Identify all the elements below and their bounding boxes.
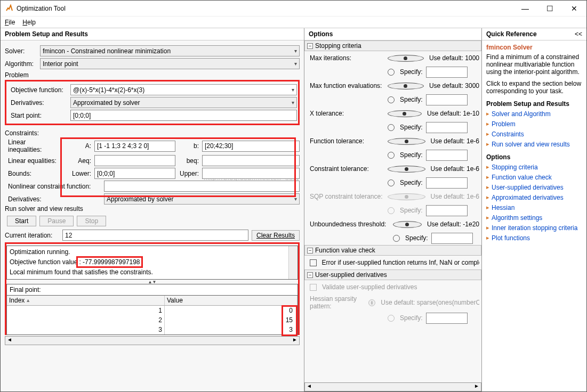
menu-file[interactable]: File	[5, 19, 15, 26]
qr-link[interactable]: Inner iteration stopping criteria	[486, 224, 582, 232]
qr-h1: Problem Setup and Results	[486, 100, 582, 108]
qr-link[interactable]: Run solver and view results	[486, 141, 582, 148]
b-input[interactable]	[202, 141, 300, 152]
startpoint-input[interactable]	[70, 110, 297, 121]
hess-specify-input	[426, 313, 468, 324]
derivatives-select[interactable]: Approximated by solver	[70, 97, 297, 108]
sqp-specify-radio	[388, 207, 395, 214]
splitter-handle[interactable]: ▲▼	[6, 280, 298, 284]
options-scrollbar-h[interactable]	[304, 382, 481, 391]
menu-bar: File Help	[1, 17, 586, 28]
qr-link[interactable]: User-supplied derivatives	[486, 184, 582, 191]
A-input[interactable]	[94, 141, 175, 152]
unb-specify-input[interactable]	[431, 233, 473, 244]
A-label: A:	[61, 142, 91, 150]
table-scrollbar[interactable]	[5, 336, 300, 345]
qr-expand-hint: Click to expand the section below corres…	[486, 80, 582, 95]
hess-label: Hessian sparsity pattern:	[310, 295, 365, 310]
run-section-label: Run solver and view results	[5, 205, 300, 213]
upper-label: Upper:	[179, 170, 199, 177]
maxiter-specify-radio[interactable]	[388, 69, 395, 76]
section-stopping[interactable]: –Stopping criteria	[304, 40, 481, 51]
derivatives2-select[interactable]: Approximated by solver	[104, 193, 300, 205]
sort-asc-icon: ▲	[26, 298, 30, 303]
maxfun-default-radio[interactable]	[388, 83, 424, 89]
startpoint-label: Start point:	[7, 112, 67, 119]
qr-link[interactable]: Plot functions	[486, 234, 582, 242]
xtol-default-radio[interactable]	[388, 110, 422, 117]
th-value[interactable]: Value	[165, 296, 297, 305]
unb-default-radio[interactable]	[393, 221, 422, 228]
maxiter-label: Max iterations:	[310, 54, 384, 62]
quickref-header: Quick Reference<<	[482, 28, 586, 40]
qr-h2: Options	[486, 153, 582, 161]
lower-input[interactable]	[94, 168, 175, 179]
section-fvc[interactable]: –Function value check	[304, 245, 481, 256]
problem-panel-header: Problem Setup and Results	[1, 28, 304, 40]
ctol-specify-radio[interactable]	[388, 179, 395, 186]
fvc-checkbox[interactable]	[310, 259, 317, 266]
nlcon-label: Nonlinear constraint function:	[5, 183, 101, 190]
solver-select[interactable]: fmincon - Constrained nonlinear minimiza…	[40, 45, 300, 56]
beq-input[interactable]	[202, 155, 300, 166]
lineq-label: Linear equalities:	[5, 157, 58, 165]
ftol-specify-input[interactable]	[426, 150, 468, 161]
title-bar: Optimization Tool — ☐ ✕	[1, 1, 586, 17]
clear-results-button[interactable]: Clear Results	[252, 230, 300, 241]
lower-label: Lower:	[61, 170, 91, 177]
collapse-button[interactable]: <<	[575, 30, 582, 38]
close-button[interactable]: ✕	[562, 1, 586, 17]
maxfun-specify-radio[interactable]	[388, 96, 395, 103]
ftol-specify-radio[interactable]	[388, 152, 395, 159]
xtol-label: X tolerance:	[310, 110, 384, 117]
solver-log: Optimization running. Objective function…	[6, 246, 298, 280]
beq-label: beq:	[179, 157, 199, 165]
ctol-specify-input[interactable]	[426, 177, 468, 189]
options-header: Options	[304, 28, 481, 40]
th-index[interactable]: Index▲	[7, 296, 165, 305]
collapse-icon: –	[307, 43, 313, 49]
algorithm-label: Algorithm:	[5, 60, 37, 68]
hess-specify-radio	[388, 315, 395, 322]
b-label: b:	[179, 142, 199, 150]
xtol-specify-input[interactable]	[426, 122, 468, 133]
qr-link[interactable]: Solver and Algorithm	[486, 110, 582, 118]
unb-specify-radio[interactable]	[393, 235, 400, 242]
section-usd[interactable]: –User-supplied derivatives	[304, 270, 481, 280]
start-button[interactable]: Start	[7, 216, 36, 226]
highlight-problem: Objective function: @(x)-5*x(1)-4*x(2)-6…	[5, 80, 300, 125]
log-scrollbar[interactable]	[288, 246, 297, 279]
objective-input[interactable]: @(x)-5*x(1)-4*x(2)-6*x(3)	[70, 84, 297, 95]
table-row: 33	[7, 325, 297, 334]
qr-title: fmincon Solver	[486, 44, 582, 51]
upper-input[interactable]	[202, 168, 300, 179]
Aeq-input[interactable]	[94, 155, 175, 166]
nlcon-input[interactable]	[104, 181, 300, 192]
unb-label: Unboundedness threshold:	[310, 220, 390, 228]
pause-button[interactable]: Pause	[39, 216, 74, 226]
qr-link[interactable]: Algorithm settings	[486, 214, 582, 222]
ctol-default-radio[interactable]	[388, 166, 425, 173]
maxfun-specify-input[interactable]	[426, 94, 468, 105]
maximize-button[interactable]: ☐	[537, 1, 562, 17]
ftol-default-radio[interactable]	[388, 138, 425, 145]
qr-link[interactable]: Approximated derivatives	[486, 194, 582, 201]
qr-link[interactable]: Stopping criteria	[486, 164, 582, 171]
sqp-label: SQP constraint tolerance:	[310, 193, 384, 200]
maxiter-default-radio[interactable]	[388, 55, 424, 62]
qr-link[interactable]: Constraints	[486, 130, 582, 138]
qr-link[interactable]: Function value check	[486, 174, 582, 181]
xtol-specify-radio[interactable]	[388, 124, 395, 131]
hess-default-radio	[368, 299, 375, 306]
maxiter-specify-input[interactable]	[426, 67, 468, 78]
minimize-button[interactable]: —	[513, 1, 537, 17]
options-panel: Options –Stopping criteria Max iteration…	[304, 28, 482, 391]
algorithm-select[interactable]: Interior point	[40, 58, 300, 69]
problem-panel: Problem Setup and Results Solver: fminco…	[1, 28, 304, 391]
qr-link[interactable]: Problem	[486, 120, 582, 128]
stop-button[interactable]: Stop	[77, 216, 106, 226]
menu-help[interactable]: Help	[22, 19, 36, 26]
matlab-logo-icon	[5, 4, 13, 13]
problem-group-label: Problem	[5, 71, 300, 79]
qr-link[interactable]: Hessian	[486, 204, 582, 211]
